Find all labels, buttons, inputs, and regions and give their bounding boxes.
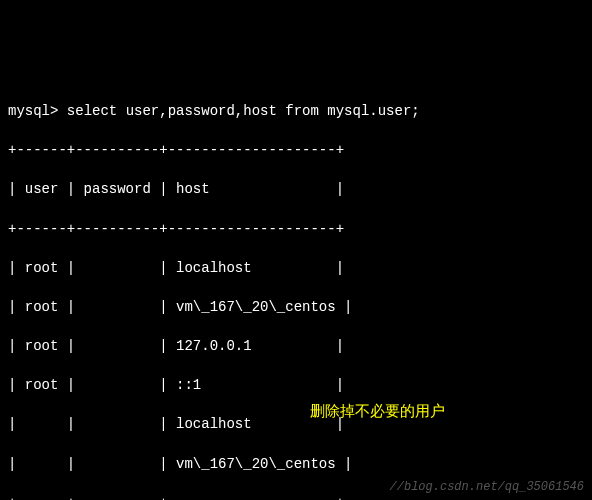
- table-row: | root | | vm\_167\_20\_centos |: [8, 298, 584, 318]
- watermark-text: //blog.csdn.net/qq_35061546: [390, 479, 584, 496]
- query-line: mysql> select user,password,host from my…: [8, 102, 584, 122]
- terminal-output: mysql> select user,password,host from my…: [8, 82, 584, 500]
- table-row: | root | | 127.0.0.1 |: [8, 337, 584, 357]
- table-row: | root | | ::1 |: [8, 376, 584, 396]
- table-row: | root | | localhost |: [8, 259, 584, 279]
- table-header: | user | password | host |: [8, 180, 584, 200]
- table-border: +------+----------+--------------------+: [8, 220, 584, 240]
- table-row: | | | vm\_167\_20\_centos |: [8, 455, 584, 475]
- table-border: +------+----------+--------------------+: [8, 141, 584, 161]
- annotation-text: 删除掉不必要的用户: [310, 400, 445, 421]
- table-row: | | | localhost |: [8, 415, 584, 435]
